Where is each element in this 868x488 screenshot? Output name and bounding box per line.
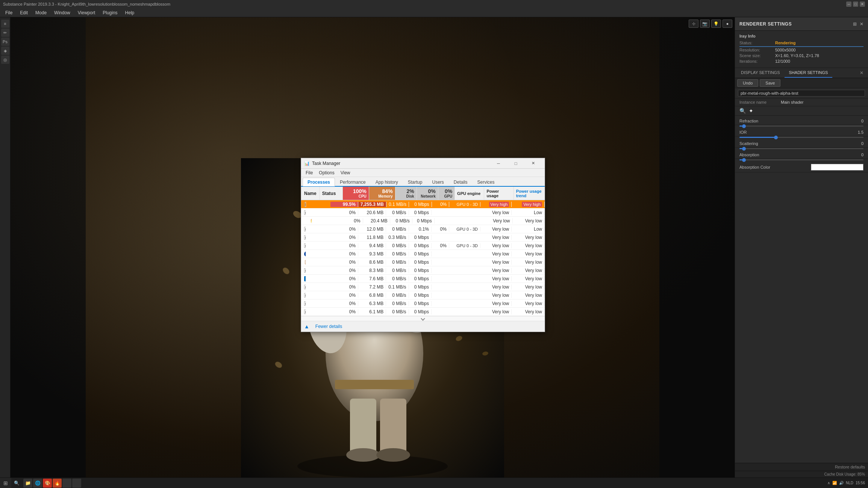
- col-power-usage[interactable]: Power usage: [484, 187, 514, 200]
- menu-mode[interactable]: Mode: [32, 9, 50, 16]
- absorption-color-swatch[interactable]: [811, 164, 863, 171]
- shader-name-input[interactable]: [738, 90, 865, 97]
- vp-light-btn[interactable]: 💡: [711, 20, 721, 28]
- tab-close-icon[interactable]: ✕: [857, 69, 866, 77]
- disk-pct: 2%: [406, 188, 414, 194]
- start-button[interactable]: ⊞: [0, 478, 11, 488]
- taskbar-icon-4[interactable]: 🔥: [53, 479, 62, 488]
- restore-defaults-btn[interactable]: Restore defaults: [835, 465, 865, 469]
- tab-display-settings[interactable]: DISPLAY SETTINGS: [736, 68, 785, 78]
- col-cpu[interactable]: 100% CPU: [343, 187, 369, 200]
- absorption-slider-track[interactable]: [739, 159, 863, 160]
- table-row[interactable]: ▶ ⌨ Microsoft Text Input Application 0% …: [301, 242, 545, 250]
- renderer-popout-icon[interactable]: ⊞: [853, 21, 857, 27]
- search-button[interactable]: 🔍: [11, 478, 22, 488]
- expand-btn[interactable]: ▶: [304, 268, 306, 273]
- tm-maximize-btn[interactable]: □: [507, 158, 524, 169]
- expand-btn[interactable]: ▶: [304, 285, 306, 289]
- ior-slider-track[interactable]: [739, 137, 863, 138]
- vp-camera-btn[interactable]: 📷: [700, 20, 710, 28]
- proc-name: ▶ 💡 MysticLight2_Service: [301, 268, 306, 273]
- menu-help[interactable]: Help: [121, 9, 138, 16]
- taskbar-icon-6[interactable]: [72, 479, 81, 488]
- save-button[interactable]: Save: [760, 79, 780, 87]
- maximize-btn[interactable]: □: [853, 2, 858, 7]
- menu-plugins[interactable]: Plugins: [99, 9, 121, 16]
- table-row[interactable]: 📋 Registry 0% 8.6 MB 0 MB/s 0 Mbps Very …: [301, 258, 545, 266]
- minimize-btn[interactable]: ─: [846, 2, 851, 7]
- col-name[interactable]: Name: [301, 187, 320, 200]
- tm-menu-view[interactable]: View: [338, 169, 353, 176]
- col-memory[interactable]: 84% Memory: [369, 187, 395, 200]
- tm-tab-users[interactable]: Users: [427, 178, 448, 186]
- expand-btn[interactable]: ▶: [304, 235, 306, 240]
- menu-file[interactable]: File: [2, 9, 16, 16]
- table-row[interactable]: LGHUB 0% 9.3 MB 0 MB/s 0 Mbps Very low V…: [301, 250, 545, 258]
- tm-menu-file[interactable]: File: [303, 169, 316, 176]
- tm-tab-startup[interactable]: Startup: [403, 178, 427, 186]
- taskbar-arrow-up[interactable]: ∧: [827, 481, 830, 485]
- menu-viewport[interactable]: Viewport: [74, 9, 99, 16]
- fewer-details-btn[interactable]: Fewer details: [312, 323, 346, 330]
- taskbar-icon-3[interactable]: 🎨: [43, 479, 52, 488]
- tm-tab-apphistory[interactable]: App history: [371, 178, 403, 186]
- palette-icon[interactable]: ✦: [749, 108, 753, 114]
- tab-shader-settings[interactable]: SHADER SETTINGS: [785, 68, 833, 78]
- menu-window[interactable]: Window: [50, 9, 74, 16]
- scattering-slider-thumb[interactable]: [742, 147, 746, 151]
- expand-btn[interactable]: ▶: [304, 293, 306, 298]
- expand-btn[interactable]: ▶: [304, 227, 306, 231]
- undo-button[interactable]: Undo: [737, 79, 758, 87]
- magnify-icon[interactable]: 🔍: [739, 108, 746, 114]
- col-network[interactable]: 0% Network: [417, 187, 438, 200]
- tm-tab-performance[interactable]: Performance: [335, 178, 371, 186]
- table-row[interactable]: ▶ Mobiele abonnementen (2) 0% 6.8 MB 0 M…: [301, 291, 545, 299]
- col-gpu[interactable]: 0% GPU: [438, 187, 455, 200]
- taskbar-icon-5[interactable]: [62, 479, 71, 488]
- vp-cursor-btn[interactable]: ⊹: [689, 20, 698, 28]
- tm-tab-details[interactable]: Details: [449, 178, 473, 186]
- expand-btn[interactable]: ▶: [304, 202, 306, 207]
- renderer-close-icon[interactable]: ✕: [860, 21, 863, 27]
- table-row[interactable]: ▶ Substance Painter 2019.3.3 - Kni... 99…: [301, 200, 545, 208]
- expand-btn[interactable]: ▶: [304, 301, 306, 306]
- table-row[interactable]: ▶ 🖥 Desktop Window Manager 0% 12.0 MB 0 …: [301, 225, 545, 233]
- absorption-slider-thumb[interactable]: [742, 158, 746, 162]
- col-gpu-engine[interactable]: GPU engine: [455, 187, 484, 200]
- absorption-label: Absorption: [739, 153, 785, 157]
- expand-btn[interactable]: ▶: [304, 243, 306, 248]
- col-status[interactable]: Status: [320, 187, 343, 200]
- tm-menu-options[interactable]: Options: [316, 169, 337, 176]
- expand-btn[interactable]: ▶: [304, 210, 306, 215]
- tm-scroll-area[interactable]: [301, 316, 545, 321]
- taskbar-icon-1[interactable]: 📁: [23, 479, 32, 488]
- table-row[interactable]: ▶ ⚙ Service Host: Remote Procedure... 0%…: [301, 308, 545, 316]
- tm-tab-processes[interactable]: Processes: [303, 178, 335, 186]
- refraction-slider-track[interactable]: [739, 125, 863, 127]
- vp-record-btn[interactable]: ●: [723, 20, 732, 28]
- table-row[interactable]: ▶ Norton Security 0% 11.8 MB 0.3 MB/s 0 …: [301, 233, 545, 242]
- table-row[interactable]: ▶ 💡 MysticLight2_Service 0% 8.3 MB 0 MB/…: [301, 266, 545, 275]
- tm-close-btn[interactable]: ✕: [524, 158, 542, 169]
- sidebar-stamp-icon[interactable]: ◈: [1, 47, 9, 55]
- tm-minimize-btn[interactable]: ─: [490, 158, 507, 169]
- table-row[interactable]: ▶ ⚙ Service Host: DCOM Server Proc... 0%…: [301, 283, 545, 291]
- tm-tab-services[interactable]: Services: [473, 178, 500, 186]
- refraction-slider-thumb[interactable]: [742, 124, 746, 128]
- taskbar-icon-2[interactable]: 🌐: [33, 479, 42, 488]
- expand-btn[interactable]: ▶: [304, 310, 306, 314]
- table-row[interactable]: ▶ Microsoft Windows Search Inde... 0% 6.…: [301, 299, 545, 308]
- sidebar-layers-icon[interactable]: ≡: [1, 20, 9, 28]
- table-row[interactable]: ▶ 📊 Task Manager 0% 20.6 MB 0 MB/s 0 Mbp…: [301, 208, 545, 217]
- sidebar-ps-icon[interactable]: Ps: [1, 38, 9, 46]
- scattering-slider-track[interactable]: [739, 148, 863, 149]
- sidebar-globe-icon[interactable]: ◎: [1, 56, 9, 64]
- col-power-trend[interactable]: Power usage trend: [514, 187, 545, 200]
- col-disk[interactable]: 2% Disk: [395, 187, 417, 200]
- table-row[interactable]: Dashlane (32 bit) 0% 7.6 MB 0 MB/s 0 Mbp…: [301, 275, 545, 283]
- close-btn[interactable]: ✕: [860, 2, 865, 7]
- sidebar-brush-icon[interactable]: ✏: [1, 29, 9, 37]
- menu-edit[interactable]: Edit: [16, 9, 32, 16]
- table-row[interactable]: 📁 Windows Explorer 0% 20.4 MB 0 MB/s 0 M…: [301, 217, 545, 225]
- ior-slider-thumb[interactable]: [774, 136, 778, 139]
